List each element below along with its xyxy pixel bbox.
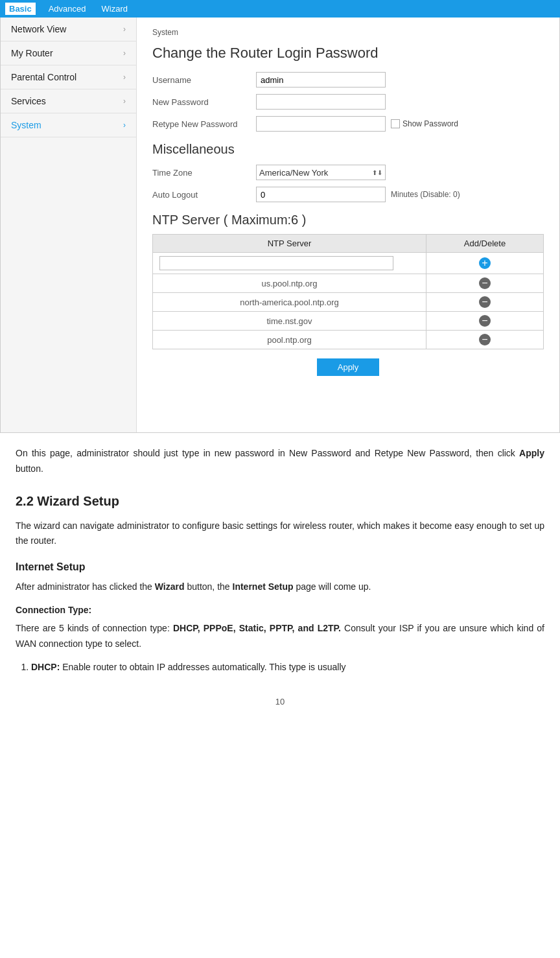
sidebar-label-my-router: My Router xyxy=(11,48,53,58)
new-password-input[interactable] xyxy=(256,94,386,110)
retype-password-row: Retype New Password Show Password xyxy=(152,116,544,132)
ntp-input-0[interactable] xyxy=(159,256,393,270)
username-input[interactable] xyxy=(256,72,386,88)
ntp-table: NTP Server Add/Delete + us.pool.ntp.org xyxy=(152,234,544,349)
para3-mid: button, the xyxy=(185,581,233,592)
sidebar-label-services: Services xyxy=(11,96,46,106)
paragraph-1: On this page, administrator should just … xyxy=(16,446,544,477)
ntp-row-1: us.pool.ntp.org − xyxy=(153,274,544,293)
retype-password-label: Retype New Password xyxy=(152,119,256,129)
sidebar-item-parental-control[interactable]: Parental Control › xyxy=(1,65,136,89)
ntp-server-4: pool.ntp.org xyxy=(153,331,426,349)
ntp-row-0: + xyxy=(153,253,544,274)
retype-password-input[interactable] xyxy=(256,116,386,132)
timezone-select[interactable]: America/New York ⬆⬇ xyxy=(256,165,386,180)
para3-bold1: Wizard xyxy=(155,581,185,592)
ntp-row-2: north-america.pool.ntp.org − xyxy=(153,293,544,312)
paragraph-3: After administrator has clicked the Wiza… xyxy=(16,579,544,595)
username-label: Username xyxy=(152,75,256,85)
chevron-icon-network-view: › xyxy=(123,25,126,34)
section-label: System xyxy=(152,28,544,37)
para3-bold2: Internet Setup xyxy=(233,581,294,592)
section-22-heading: 2.2 Wizard Setup xyxy=(16,490,544,512)
content-area: System Change the Router Login Password … xyxy=(137,18,559,432)
para1-bold: Apply xyxy=(519,448,544,458)
sidebar-item-network-view[interactable]: Network View › xyxy=(1,18,136,41)
ntp-server-3: time.nst.gov xyxy=(153,312,426,331)
ntp-remove-button-1[interactable]: − xyxy=(479,277,491,289)
new-password-label: New Password xyxy=(152,97,256,107)
ntp-server-1: us.pool.ntp.org xyxy=(153,274,426,293)
new-password-row: New Password xyxy=(152,94,544,110)
sidebar-label-parental-control: Parental Control xyxy=(11,72,76,82)
tab-wizard[interactable]: Wizard xyxy=(99,3,130,15)
para1-end: button. xyxy=(16,463,43,474)
ntp-add-button-0[interactable]: + xyxy=(479,257,491,269)
auto-logout-input[interactable] xyxy=(256,187,386,202)
internet-setup-heading: Internet Setup xyxy=(16,558,544,576)
apply-button[interactable]: Apply xyxy=(317,358,380,376)
text-content: On this page, administrator should just … xyxy=(0,433,560,692)
para4-bold: DHCP, PPPoE, Static, PPTP, and L2TP. xyxy=(173,623,341,633)
para3-start: After administrator has clicked the xyxy=(16,581,155,592)
sidebar-item-my-router[interactable]: My Router › xyxy=(1,41,136,65)
chevron-icon-parental-control: › xyxy=(123,73,126,82)
auto-logout-row: Auto Logout Minutes (Disable: 0) xyxy=(152,187,544,202)
ntp-remove-button-4[interactable]: − xyxy=(479,334,491,345)
miscellaneous-title: Miscellaneous xyxy=(152,142,544,157)
ntp-row-3: time.nst.gov − xyxy=(153,312,544,331)
auto-logout-label: Auto Logout xyxy=(152,190,256,200)
minutes-hint: Minutes (Disable: 0) xyxy=(391,190,460,199)
chevron-icon-my-router: › xyxy=(123,49,126,58)
show-password-label: Show Password xyxy=(402,119,458,128)
show-password-checkbox[interactable] xyxy=(391,119,400,128)
ntp-remove-button-2[interactable]: − xyxy=(479,296,491,308)
top-nav: Basic Advanced Wizard xyxy=(0,0,560,18)
ntp-row-4: pool.ntp.org − xyxy=(153,331,544,349)
sidebar-label-network-view: Network View xyxy=(11,24,66,34)
ntp-col-server: NTP Server xyxy=(153,235,426,253)
dhcp-desc: Enable router to obtain IP addresses aut… xyxy=(60,662,345,672)
ntp-col-add-delete: Add/Delete xyxy=(426,235,544,253)
timezone-row: Time Zone America/New York ⬆⬇ xyxy=(152,165,544,180)
show-password-row: Show Password xyxy=(391,119,458,128)
chevron-icon-services: › xyxy=(123,97,126,106)
connection-type-heading: Connection Type: xyxy=(16,603,544,618)
timezone-value: America/New York xyxy=(259,168,328,178)
change-password-title: Change the Router Login Password xyxy=(152,45,544,62)
sidebar-item-services[interactable]: Services › xyxy=(1,89,136,113)
ntp-server-2: north-america.pool.ntp.org xyxy=(153,293,426,312)
para1-start: On this page, administrator should just … xyxy=(16,448,519,458)
timezone-label: Time Zone xyxy=(152,168,256,178)
dhcp-label: DHCP: xyxy=(31,662,60,672)
ntp-remove-button-3[interactable]: − xyxy=(479,315,491,327)
page-number: 10 xyxy=(0,692,560,717)
chevron-icon-system: › xyxy=(123,121,126,130)
username-row: Username xyxy=(152,72,544,88)
para4-start: There are 5 kinds of connection type: xyxy=(16,623,173,633)
ntp-server-title: NTP Server ( Maximum:6 ) xyxy=(152,213,544,228)
sidebar: Network View › My Router › Parental Cont… xyxy=(1,18,137,432)
sidebar-label-system: System xyxy=(11,120,41,130)
paragraph-4: There are 5 kinds of connection type: DH… xyxy=(16,621,544,652)
tab-advanced[interactable]: Advanced xyxy=(46,3,89,15)
paragraph-2: The wizard can navigate administrator to… xyxy=(16,519,544,550)
para3-end: page will come up. xyxy=(294,581,371,592)
main-layout: Network View › My Router › Parental Cont… xyxy=(0,18,560,433)
tab-basic[interactable]: Basic xyxy=(5,3,36,15)
list-item-dhcp: DHCP: Enable router to obtain IP address… xyxy=(31,660,544,675)
sidebar-item-system[interactable]: System › xyxy=(1,113,136,137)
connection-type-list: DHCP: Enable router to obtain IP address… xyxy=(31,660,544,675)
timezone-arrows-icon: ⬆⬇ xyxy=(372,169,382,176)
